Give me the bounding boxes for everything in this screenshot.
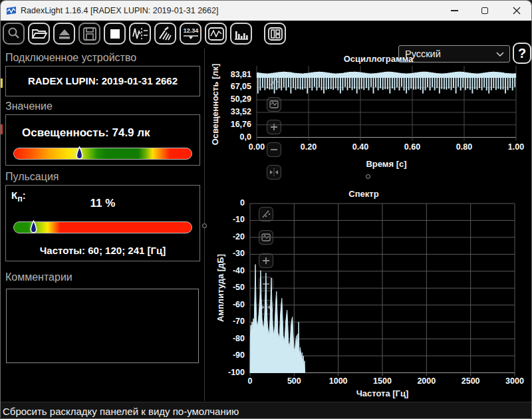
- vertical-splitter-handle[interactable]: [202, 223, 207, 228]
- toolbar: 12.34: [1, 21, 532, 47]
- spectrum-panel-button[interactable]: [230, 23, 252, 45]
- device-panel: RADEX LUPIN: 2019-01-31 2662: [5, 66, 200, 96]
- fit-arrows-icon: [261, 303, 271, 312]
- gauge-marker-icon: [76, 146, 83, 161]
- window-title: RadexLight 1.16.4 [RADEX LUPIN: 2019-01-…: [21, 6, 218, 15]
- maximize-icon: [481, 7, 488, 14]
- comments-input[interactable]: [6, 289, 199, 363]
- floppy-disk-icon: [81, 25, 98, 43]
- tick-label: -30: [233, 249, 245, 258]
- open-file-button[interactable]: [28, 23, 50, 45]
- value-section-header: Значение: [5, 100, 53, 112]
- minus-icon: [269, 145, 279, 154]
- tick-label: 16,76: [231, 120, 251, 129]
- zoom-in-button[interactable]: [259, 253, 273, 268]
- brush-sweep-icon: [157, 25, 174, 43]
- tick-label: -70: [233, 317, 245, 326]
- tick-label: 0.20: [301, 142, 317, 152]
- eject-icon: [56, 25, 73, 43]
- spectrum-xlabel: Частота [Гц]: [356, 388, 409, 398]
- edge-indicator-red: [1, 124, 3, 134]
- tick-label: 500: [287, 376, 301, 386]
- tick-label: 0: [248, 376, 253, 386]
- magnifier-icon: [5, 25, 23, 43]
- spectrum-tools: [259, 207, 273, 323]
- minimize-icon: [451, 10, 458, 11]
- fit-view-button[interactable]: [259, 300, 273, 315]
- frame-wave-icon: [269, 100, 279, 109]
- tick-label: 1.00: [508, 142, 524, 152]
- status-text: Сбросить раскладку панелей к виду по-умо…: [1, 406, 239, 417]
- zoom-out-button[interactable]: [259, 277, 273, 291]
- oscillogram-panel-button[interactable]: [205, 23, 227, 45]
- tick-label: 0.80: [456, 142, 472, 152]
- fit-view-button[interactable]: [267, 165, 281, 180]
- eject-device-button[interactable]: [53, 23, 75, 45]
- oscillogram-ylabel: Освещенность [лк]: [210, 64, 220, 146]
- zoom-in-button[interactable]: [267, 120, 281, 134]
- tick-label: 0.40: [352, 142, 368, 152]
- tick-label: 2000: [417, 376, 436, 386]
- tick-label: 67,05: [231, 82, 251, 91]
- autoscale-button[interactable]: [259, 230, 273, 245]
- spectrum-ylabel: Амплитуда [дБ]: [215, 254, 225, 322]
- tick-label: 0.60: [404, 142, 420, 152]
- line-points-icon: [261, 210, 271, 219]
- numeric-display-text: 12.34: [184, 27, 199, 34]
- frequencies-text: Частоты: 60; 120; 241 [Гц]: [6, 245, 200, 256]
- tick-label: -100: [228, 368, 245, 377]
- help-button[interactable]: ?: [513, 43, 531, 64]
- frame-wave-icon: [261, 233, 271, 242]
- illuminance-gauge: [13, 148, 192, 160]
- kp-value: 11 %: [6, 197, 200, 210]
- bar-chart-icon: [232, 25, 251, 43]
- points-mode-button[interactable]: [267, 74, 281, 89]
- pulsation-gauge: [13, 221, 192, 233]
- layout-panels-button[interactable]: [264, 23, 286, 45]
- oscillogram-icon: [207, 25, 225, 43]
- save-button[interactable]: [78, 23, 100, 45]
- tick-label: 1500: [373, 376, 392, 386]
- device-section-header: Подключенное устройство: [5, 52, 136, 64]
- zoom-out-button[interactable]: [267, 142, 281, 157]
- signal-settings-button[interactable]: [129, 23, 151, 45]
- tick-label: -50: [233, 283, 245, 292]
- value-display-button[interactable]: 12.34: [180, 23, 201, 45]
- close-button[interactable]: [500, 1, 532, 21]
- maximize-button[interactable]: [469, 1, 500, 21]
- open-folder-icon: [31, 25, 48, 43]
- language-dropdown[interactable]: Русский: [398, 45, 510, 63]
- tick-label: 50,29: [231, 94, 251, 104]
- points-mode-button[interactable]: [259, 207, 273, 221]
- line-points-icon: [269, 77, 279, 86]
- gauge-marker-icon: [30, 220, 37, 235]
- horizontal-splitter-handle[interactable]: [366, 174, 370, 179]
- tick-label: 3000: [505, 376, 524, 386]
- chevron-down-icon: [496, 52, 504, 57]
- value-panel: Освещенность: 74.9 лк: [5, 114, 200, 166]
- tick-label: -40: [233, 266, 245, 275]
- oscillogram-tools: [267, 74, 281, 188]
- tick-label: 1000: [329, 376, 348, 386]
- clear-button[interactable]: [154, 23, 176, 45]
- stop-measurement-button[interactable]: [104, 23, 126, 45]
- tick-label: 83,81: [231, 70, 251, 79]
- search-device-button[interactable]: [3, 23, 25, 45]
- oscillogram-title: Осциллограмма: [344, 54, 414, 64]
- tick-label: -10: [233, 215, 245, 224]
- tick-label: 33,52: [231, 107, 251, 116]
- app-logo-icon: [6, 5, 17, 17]
- minus-icon: [261, 279, 271, 289]
- title-bar[interactable]: RadexLight 1.16.4 [RADEX LUPIN: 2019-01-…: [1, 1, 532, 21]
- tick-label: 0,0: [240, 132, 251, 142]
- tick-label: -20: [233, 232, 245, 241]
- close-icon: [513, 7, 521, 15]
- tick-label: -80: [233, 334, 245, 343]
- minimize-button[interactable]: [439, 1, 469, 21]
- app-window: RadexLight 1.16.4 [RADEX LUPIN: 2019-01-…: [0, 0, 532, 419]
- autoscale-button[interactable]: [267, 97, 281, 112]
- plus-icon: [261, 256, 271, 265]
- pulsation-section-header: Пульсация: [5, 171, 59, 183]
- illuminance-reading: Освещенность: 74.9 лк: [22, 126, 150, 140]
- status-bar[interactable]: Сбросить раскладку панелей к виду по-умо…: [1, 402, 532, 419]
